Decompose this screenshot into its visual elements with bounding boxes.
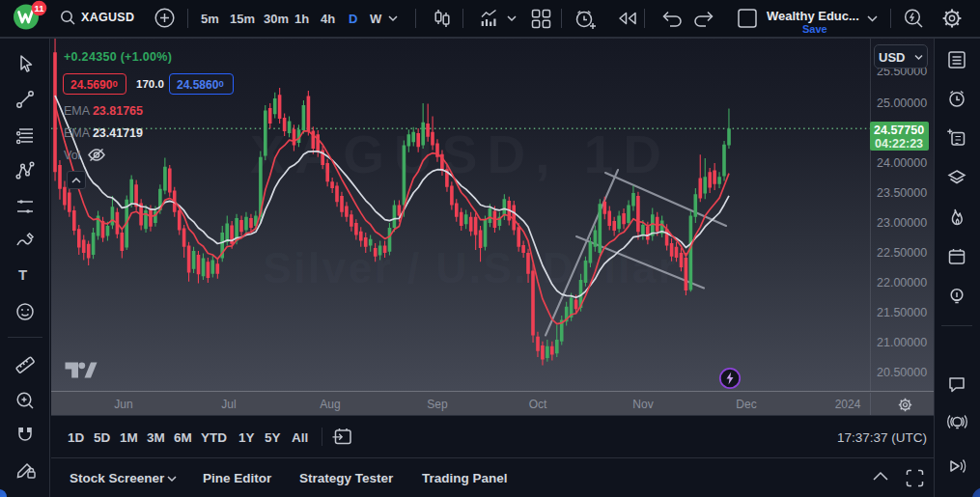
svg-text:11: 11	[34, 3, 44, 14]
